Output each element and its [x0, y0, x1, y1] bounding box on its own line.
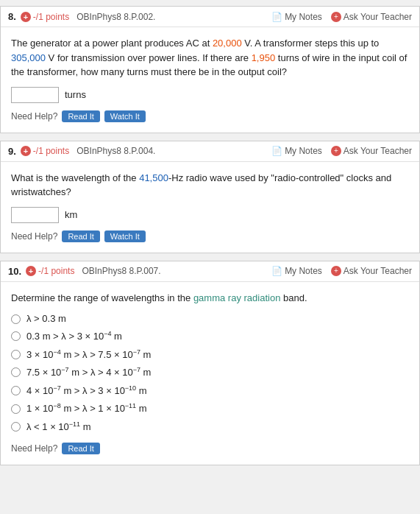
radio-label: 0.3 m > λ > 3 × 10−4 m [26, 329, 122, 344]
units-label: km [65, 209, 77, 220]
header-left: 8.+-/1 pointsOBInPhys8 8.P.002. [8, 11, 155, 22]
answer-input[interactable] [11, 207, 59, 223]
question-number: 8. [8, 11, 16, 22]
radio-label: 4 × 10−7 m > λ > 3 × 10−10 m [26, 384, 147, 398]
source-label: OBInPhys8 8.P.004. [76, 146, 155, 156]
radio-option[interactable]: λ > 0.3 m [11, 312, 409, 325]
ask-teacher-text: Ask Your Teacher [344, 266, 412, 276]
need-help-row: Need Help?Read ItWatch It [11, 230, 409, 242]
question-body: Determine the range of wavelengths in th… [1, 282, 419, 465]
question-header: 9.+-/1 pointsOBInPhys8 8.P.004.📄My Notes… [1, 141, 419, 162]
radio-label: 7.5 × 10−7 m > λ > 4 × 10−7 m [26, 365, 151, 380]
need-help-text: Need Help? [11, 231, 57, 242]
my-notes-link[interactable]: 📄My Notes [271, 266, 322, 276]
need-help-row: Need Help?Read It [11, 443, 409, 454]
need-help-text: Need Help? [11, 443, 57, 454]
highlight-text: 305,000 [11, 52, 46, 63]
radio-option[interactable]: 0.3 m > λ > 3 × 10−4 m [11, 329, 409, 344]
points-text: -/1 points [33, 146, 69, 156]
points-badge: +-/1 points [21, 146, 69, 156]
radio-label: λ < 1 × 10−11 m [26, 420, 91, 434]
radio-label: λ > 0.3 m [26, 312, 66, 325]
radio-circle [11, 386, 21, 395]
read-it-button[interactable]: Read It [62, 443, 99, 454]
plus-icon: + [21, 12, 31, 22]
question-header: 8.+-/1 pointsOBInPhys8 8.P.002.📄My Notes… [1, 7, 419, 27]
header-right: 📄My Notes+Ask Your Teacher [271, 12, 412, 22]
plus-icon: + [26, 266, 36, 276]
doc-icon: 📄 [271, 266, 282, 276]
points-text: -/1 points [38, 266, 74, 276]
person-icon: + [331, 12, 341, 22]
radio-option[interactable]: λ < 1 × 10−11 m [11, 420, 409, 434]
radio-options: λ > 0.3 m0.3 m > λ > 3 × 10−4 m3 × 10−4 … [11, 312, 409, 434]
radio-circle [11, 422, 21, 432]
radio-option[interactable]: 7.5 × 10−7 m > λ > 4 × 10−7 m [11, 365, 409, 380]
read-it-button[interactable]: Read It [62, 230, 99, 242]
doc-icon: 📄 [271, 12, 282, 22]
header-right: 📄My Notes+Ask Your Teacher [271, 266, 412, 276]
header-left: 9.+-/1 pointsOBInPhys8 8.P.004. [8, 146, 155, 157]
answer-input-row: km [11, 207, 409, 223]
highlight-text: 41,500 [139, 172, 168, 183]
question-text: Determine the range of wavelengths in th… [11, 291, 409, 306]
question-block-1: 8.+-/1 pointsOBInPhys8 8.P.002.📄My Notes… [0, 6, 420, 133]
doc-icon: 📄 [271, 146, 282, 156]
highlight-text: 1,950 [252, 52, 276, 63]
source-label: OBInPhys8 8.P.002. [76, 12, 155, 22]
ask-teacher-link[interactable]: +Ask Your Teacher [331, 146, 412, 156]
points-text: -/1 points [33, 12, 69, 22]
watch-it-button[interactable]: Watch It [104, 230, 146, 242]
header-left: 10.+-/1 pointsOBInPhys8 8.P.007. [8, 266, 161, 277]
question-number: 10. [8, 266, 21, 277]
person-icon: + [331, 146, 341, 156]
units-label: turns [65, 89, 86, 100]
person-icon: + [331, 266, 341, 276]
radio-circle [11, 331, 21, 341]
radio-option[interactable]: 1 × 10−8 m > λ > 1 × 10−11 m [11, 401, 409, 416]
question-header: 10.+-/1 pointsOBInPhys8 8.P.007.📄My Note… [1, 261, 419, 282]
radio-circle [11, 404, 21, 414]
my-notes-text: My Notes [285, 266, 322, 276]
ask-teacher-link[interactable]: +Ask Your Teacher [331, 266, 412, 276]
question-text: The generator at a power plant produces … [11, 36, 409, 80]
ask-teacher-text: Ask Your Teacher [344, 146, 412, 156]
radio-option[interactable]: 4 × 10−7 m > λ > 3 × 10−10 m [11, 384, 409, 398]
question-body: What is the wavelength of the 41,500-Hz … [1, 162, 419, 253]
my-notes-link[interactable]: 📄My Notes [271, 12, 322, 22]
ask-teacher-link[interactable]: +Ask Your Teacher [331, 12, 412, 22]
radio-label: 1 × 10−8 m > λ > 1 × 10−11 m [26, 401, 147, 416]
read-it-button[interactable]: Read It [62, 110, 99, 122]
ask-teacher-text: Ask Your Teacher [344, 12, 412, 22]
question-block-3: 10.+-/1 pointsOBInPhys8 8.P.007.📄My Note… [0, 261, 420, 466]
header-right: 📄My Notes+Ask Your Teacher [271, 146, 412, 156]
question-text: What is the wavelength of the 41,500-Hz … [11, 171, 409, 200]
radio-label: 3 × 10−4 m > λ > 7.5 × 10−7 m [26, 348, 151, 362]
highlight-text: 20,000 [213, 38, 242, 49]
my-notes-text: My Notes [285, 12, 322, 22]
radio-circle [11, 350, 21, 359]
plus-icon: + [21, 146, 31, 156]
answer-input[interactable] [11, 87, 59, 103]
radio-option[interactable]: 3 × 10−4 m > λ > 7.5 × 10−7 m [11, 348, 409, 362]
question-number: 9. [8, 146, 16, 157]
source-label: OBInPhys8 8.P.007. [82, 266, 160, 276]
points-badge: +-/1 points [21, 12, 69, 22]
question-body: The generator at a power plant produces … [1, 27, 419, 133]
radio-circle [11, 367, 21, 377]
watch-it-button[interactable]: Watch It [104, 110, 146, 122]
points-badge: +-/1 points [26, 266, 74, 276]
my-notes-text: My Notes [285, 146, 322, 156]
my-notes-link[interactable]: 📄My Notes [271, 146, 322, 156]
question-block-2: 9.+-/1 pointsOBInPhys8 8.P.004.📄My Notes… [0, 141, 420, 253]
page-container: 8.+-/1 pointsOBInPhys8 8.P.002.📄My Notes… [0, 0, 420, 479]
need-help-text: Need Help? [11, 111, 57, 122]
radio-circle [11, 314, 21, 324]
answer-input-row: turns [11, 87, 409, 103]
need-help-row: Need Help?Read ItWatch It [11, 110, 409, 122]
highlight-text: gamma ray radiation [193, 292, 281, 303]
